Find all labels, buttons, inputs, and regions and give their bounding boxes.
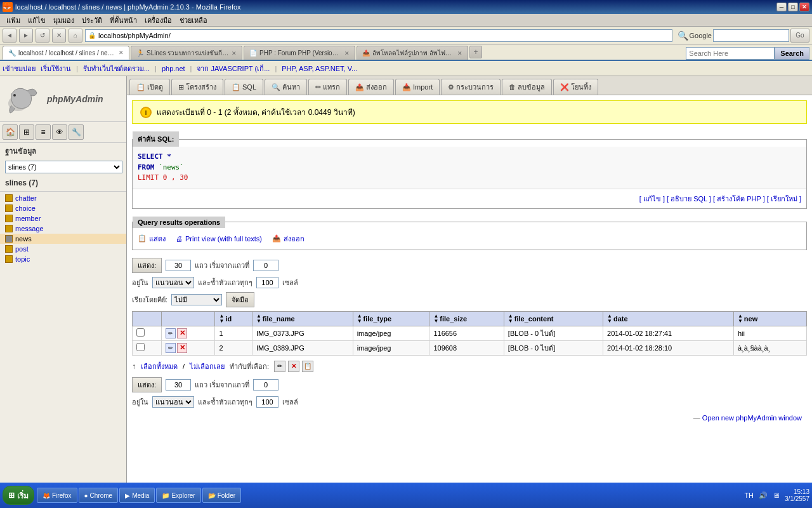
bulk-delete-icon[interactable]: ✕: [288, 361, 299, 372]
tab-structure[interactable]: ⊞ โครงสร้าง: [171, 79, 223, 95]
db-selector[interactable]: slines (7): [5, 161, 122, 173]
home-button[interactable]: ⌂: [69, 29, 82, 43]
address-bar[interactable]: 🔒 localhost/phpMyAdmin/: [85, 29, 672, 42]
row-checkbox-1[interactable]: [136, 328, 145, 337]
tab-close-2[interactable]: ✕: [344, 50, 350, 57]
col-file-name[interactable]: ▲▼ file_name: [252, 311, 353, 326]
browser-search-input[interactable]: [686, 47, 775, 60]
show-button-top[interactable]: แสดง:: [132, 258, 162, 273]
bookmark-4[interactable]: จาก JAVASCRIPT (เก็...: [197, 63, 270, 74]
sql-explain-link[interactable]: [ อธิบาย SQL ]: [667, 195, 711, 203]
sort-select-top[interactable]: ไม่มี: [171, 294, 222, 305]
new-tab-button[interactable]: +: [469, 46, 482, 58]
google-search-input[interactable]: [713, 29, 789, 42]
back-button[interactable]: ◄: [3, 29, 16, 43]
edit-button-2[interactable]: ✏: [166, 343, 176, 353]
sidebar-item-post[interactable]: post: [0, 244, 126, 254]
tab-drop[interactable]: ❌ โยนทิ้ง: [553, 79, 598, 95]
tab-close-0[interactable]: ✕: [119, 50, 124, 56]
browser-search-button[interactable]: Search: [775, 47, 809, 60]
tab-browse[interactable]: 📋 เปิดดู: [129, 79, 170, 95]
tab-sql[interactable]: 📋 SQL: [225, 79, 263, 95]
menu-help[interactable]: ช่วยเหลือ: [176, 13, 211, 27]
sql-again-link[interactable]: [ เรียกใหม่ ]: [767, 195, 801, 203]
menu-edit[interactable]: แก้ไข: [24, 13, 49, 27]
bookmark-2[interactable]: รับทำเว็บไซต์ตดรวม...: [83, 63, 150, 74]
qr-export-link[interactable]: 📤 ส่งออก: [272, 233, 304, 244]
sidebar-icon-home[interactable]: 🏠: [3, 124, 18, 140]
row-checkbox-2[interactable]: [136, 343, 145, 351]
position-select-top[interactable]: แนวนอน: [152, 277, 194, 288]
select-all-link[interactable]: เลือกทั้งหมด: [141, 361, 178, 372]
menu-bookmarks[interactable]: ที่คั้นหน้า: [106, 13, 141, 27]
sidebar-item-topic[interactable]: topic: [0, 254, 126, 264]
sidebar-item-member[interactable]: member: [0, 213, 126, 224]
col-file-size[interactable]: ▲▼ file_size: [429, 311, 504, 326]
menu-tools[interactable]: เครื่องมือ: [141, 13, 176, 27]
repeat-input-top[interactable]: [256, 277, 278, 288]
table-icon-active: [5, 235, 13, 243]
menu-view[interactable]: มุมมอง: [49, 13, 78, 27]
per-page-input-top[interactable]: [166, 260, 191, 271]
per-page-input-bottom[interactable]: [166, 379, 191, 391]
svg-point-1: [13, 94, 16, 97]
tab-2[interactable]: 📄 PHP : Forum PHP (Version 3.0,4.0,5,...…: [244, 46, 355, 60]
open-window-section: — Open new phpMyAdmin window: [132, 411, 807, 424]
menu-file[interactable]: แฟ้ม: [3, 13, 24, 27]
bookmark-0[interactable]: เข้าชมบ่อย: [3, 63, 36, 74]
sidebar-item-chatter[interactable]: chatter: [0, 193, 126, 203]
tab-0[interactable]: 🔧 localhost / localhost / slines / news …: [3, 46, 129, 60]
tab-operations[interactable]: ⚙ กระบวนการ: [441, 79, 501, 95]
sidebar-item-message[interactable]: message: [0, 224, 126, 234]
col-id[interactable]: ▲▼ id: [215, 311, 252, 326]
sidebar-icon-settings[interactable]: 🔧: [69, 124, 84, 140]
col-new[interactable]: ▲▼ new: [733, 311, 806, 326]
tab-close-3[interactable]: ✕: [457, 50, 462, 57]
from-value-input-top[interactable]: [253, 260, 278, 271]
from-value-input-bottom[interactable]: [253, 379, 278, 391]
bulk-export-icon[interactable]: 📋: [302, 361, 313, 372]
sidebar-icon-database[interactable]: ⊞: [19, 124, 34, 140]
cell-filecontent-2: [BLOB - 0 ไบต์]: [504, 340, 603, 355]
close-button[interactable]: ✕: [799, 3, 809, 11]
sort-button-top[interactable]: จัดมือ: [226, 292, 254, 307]
sidebar-icon-view[interactable]: 👁: [52, 124, 67, 140]
col-file-content[interactable]: ▲▼ file_content: [504, 311, 603, 326]
stop-button[interactable]: ✕: [52, 29, 66, 43]
col-date[interactable]: ▲▼ date: [603, 311, 734, 326]
bookmark-3[interactable]: php.net: [162, 65, 185, 72]
tab-import[interactable]: 📥 Import: [395, 79, 440, 95]
go-button[interactable]: Go: [790, 29, 809, 43]
tab-close-1[interactable]: ✕: [232, 50, 237, 57]
deselect-link[interactable]: ไม่เลือกเลย: [190, 361, 225, 372]
bulk-edit-icon[interactable]: ✏: [274, 361, 285, 372]
bookmark-5[interactable]: PHP, ASP, ASP.NET, V...: [282, 65, 357, 72]
maximize-button[interactable]: □: [788, 3, 798, 11]
sql-edit-link[interactable]: [ แก้ไข ]: [639, 195, 665, 203]
bookmark-1[interactable]: เริ่มใช้งาน: [41, 63, 71, 74]
edit-button-1[interactable]: ✏: [166, 328, 176, 338]
tab-3[interactable]: 📤 อัพโหลดไฟล์รูปภาพ อัพไฟล์เก็... ✕: [357, 46, 468, 60]
tab-1[interactable]: 🏃 SLines รวมบทการแข่งขันกีฬาวิเค... ✕: [131, 46, 242, 60]
qr-show-link[interactable]: 📋 แสดง: [138, 233, 166, 244]
forward-button[interactable]: ►: [19, 29, 33, 43]
sql-create-php-link[interactable]: [ สร้างโค้ด PHP ]: [713, 195, 765, 203]
repeat-input-bottom[interactable]: [256, 396, 278, 408]
qr-print-link[interactable]: 🖨 Print view (with full texts): [176, 235, 262, 243]
tab-insert[interactable]: ✏ แทรก: [308, 79, 347, 95]
position-select-bottom[interactable]: แนวนอน: [152, 396, 194, 408]
tab-empty[interactable]: 🗑 ลบข้อมูล: [502, 79, 552, 95]
tab-export[interactable]: 📤 ส่งออก: [348, 79, 394, 95]
delete-button-1[interactable]: ✕: [177, 328, 187, 338]
show-button-bottom[interactable]: แสดง:: [132, 377, 162, 392]
minimize-button[interactable]: ─: [776, 3, 787, 11]
sidebar-item-choice[interactable]: choice: [0, 203, 126, 213]
refresh-button[interactable]: ↺: [36, 29, 49, 43]
delete-button-2[interactable]: ✕: [177, 343, 187, 353]
menu-history[interactable]: ประวัติ: [78, 13, 106, 27]
open-new-window-link[interactable]: Open new phpMyAdmin window: [702, 414, 802, 422]
col-file-type[interactable]: ▲▼ file_type: [353, 311, 429, 326]
sidebar-icon-list[interactable]: ≡: [36, 124, 51, 140]
tab-search[interactable]: 🔍 ค้นหา: [265, 79, 307, 95]
sidebar-item-news[interactable]: news: [0, 234, 126, 244]
